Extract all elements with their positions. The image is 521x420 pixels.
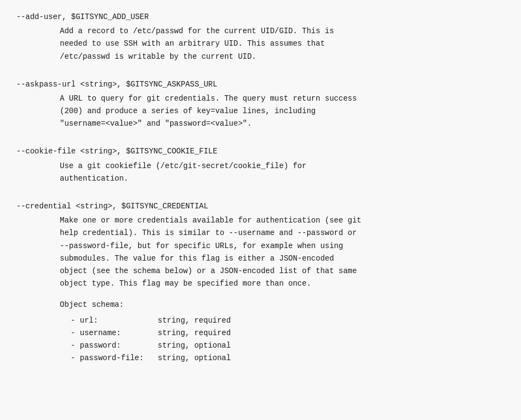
schema-value: string, optional: [158, 339, 231, 352]
description-line: A URL to query for git credentials. The …: [60, 92, 505, 105]
schema-key: - username:: [71, 327, 158, 339]
description-line: authentication.: [60, 172, 505, 185]
flag-description-add-user: Add a record to /etc/passwd for the curr…: [16, 25, 505, 63]
flag-block-add-user: --add-user, $GITSYNC_ADD_USERAdd a recor…: [16, 11, 505, 63]
description-line: "username=<value>" and "password=<value>…: [60, 118, 505, 130]
description-line: object type. This flag may be specified …: [60, 277, 505, 290]
sub-section-title: Object schema:: [60, 299, 505, 311]
doc-container: --add-user, $GITSYNC_ADD_USERAdd a recor…: [16, 11, 505, 365]
flag-description-cookie-file: Use a git cookiefile (/etc/git-secret/co…: [16, 160, 505, 185]
flag-block-cookie-file: --cookie-file <string>, $GITSYNC_COOKIE_…: [16, 145, 505, 185]
schema-row: - password:string, optional: [71, 339, 505, 352]
description-line: help credential). This is similar to --u…: [60, 227, 505, 239]
schema-row: - username:string, required: [71, 327, 505, 339]
flag-header-cookie-file: --cookie-file <string>, $GITSYNC_COOKIE_…: [16, 145, 505, 157]
description-line: /etc/passwd is writable by the current U…: [60, 51, 505, 63]
schema-table: - url:string, required- username:string,…: [60, 314, 505, 365]
description-line: submodules. The value for this flag is e…: [60, 252, 505, 265]
flag-description-credential: Make one or more credentials available f…: [16, 214, 505, 365]
description-line: --password-file, but for specific URLs, …: [60, 240, 505, 252]
description-line: object (see the schema below) or a JSON-…: [60, 265, 505, 277]
flag-block-credential: --credential <string>, $GITSYNC_CREDENTI…: [16, 200, 505, 365]
schema-value: string, optional: [158, 352, 231, 365]
sub-section-credential: Object schema:- url:string, required- us…: [60, 299, 505, 365]
description-line: needed to use SSH with an arbitrary UID.…: [60, 38, 505, 50]
schema-key: - password:: [71, 339, 158, 352]
schema-row: - url:string, required: [71, 314, 505, 327]
description-line: Use a git cookiefile (/etc/git-secret/co…: [60, 160, 505, 172]
schema-value: string, required: [158, 314, 231, 327]
flag-block-askpass-url: --askpass-url <string>, $GITSYNC_ASKPASS…: [16, 78, 505, 131]
schema-value: string, required: [158, 327, 231, 339]
schema-row: - password-file:string, optional: [71, 352, 505, 365]
flag-header-add-user: --add-user, $GITSYNC_ADD_USER: [16, 11, 505, 23]
description-line: (200) and produce a series of key=value …: [60, 105, 505, 118]
schema-key: - password-file:: [71, 352, 158, 365]
description-line: Make one or more credentials available f…: [60, 214, 505, 227]
flag-header-credential: --credential <string>, $GITSYNC_CREDENTI…: [16, 200, 505, 212]
schema-key: - url:: [71, 314, 158, 327]
description-line: Add a record to /etc/passwd for the curr…: [60, 25, 505, 38]
flag-description-askpass-url: A URL to query for git credentials. The …: [16, 92, 505, 130]
flag-header-askpass-url: --askpass-url <string>, $GITSYNC_ASKPASS…: [16, 78, 505, 90]
